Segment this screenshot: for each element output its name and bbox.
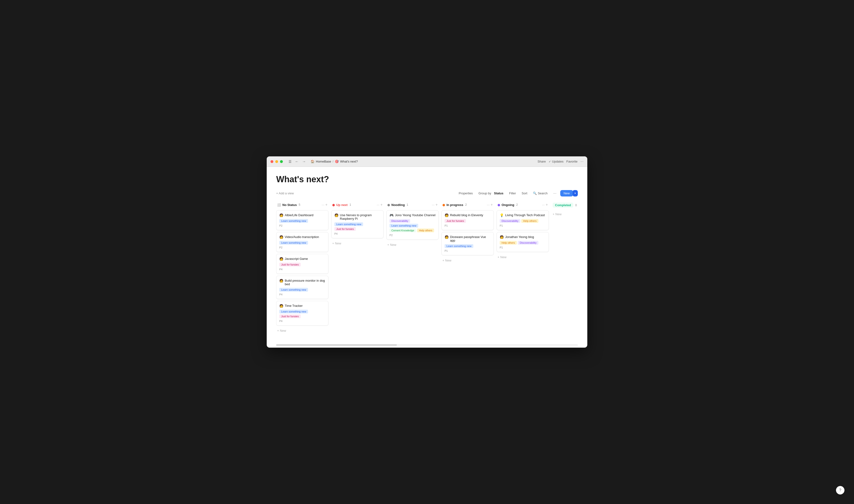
- close-button[interactable]: [271, 160, 273, 163]
- in-progress-icon: ⬤: [442, 203, 445, 206]
- add-new-noodling[interactable]: + New: [386, 241, 439, 248]
- card-albie[interactable]: 🧑 Albie/Life Dashboard Learn something n…: [276, 210, 328, 230]
- tags-jono: Discoverability Learn something new Ceme…: [389, 219, 436, 232]
- card-diceware[interactable]: 🧑 Diceware passphrase Vue app Learn some…: [441, 232, 494, 255]
- search-button[interactable]: 🔍 Search: [531, 191, 549, 196]
- add-icon-ongoing: +: [498, 255, 500, 259]
- avatar-albie: 🧑: [279, 213, 283, 217]
- card-title-albie: 🧑 Albie/Life Dashboard: [279, 213, 325, 217]
- tag-funsies-2[interactable]: Just for funsies: [279, 314, 301, 318]
- tag-learn-7[interactable]: Learn something new: [445, 244, 473, 248]
- card-time-tracker[interactable]: 🧑 Time Tracker Learn something new Just …: [276, 301, 328, 326]
- tag-help-others-2[interactable]: Help others: [521, 219, 538, 223]
- updates-label: Updates: [552, 160, 563, 163]
- back-button[interactable]: ←: [294, 159, 300, 164]
- new-button[interactable]: New: [560, 190, 573, 197]
- add-new-no-status[interactable]: + New: [276, 327, 328, 334]
- column-add-no-status[interactable]: +: [325, 203, 328, 207]
- card-jonathan-blog[interactable]: 🧑 Jonathan Yeong blog Help others Discov…: [496, 232, 549, 252]
- minimize-button[interactable]: [275, 160, 278, 163]
- column-menu-up-next[interactable]: ···: [377, 203, 380, 207]
- tag-discoverability-2[interactable]: Discoverability: [500, 219, 520, 223]
- tags-time-tracker: Learn something new Just for funsies: [279, 310, 325, 318]
- card-pressure-monitor[interactable]: 🧑 Build pressure monitor in dog bed Lear…: [276, 276, 328, 299]
- breadcrumb-home-icon: 🏠: [311, 160, 314, 163]
- scrollbar-track[interactable]: [276, 344, 578, 346]
- add-icon-no-status: +: [277, 329, 279, 332]
- column-header-up-next: ⬤ Up next 1 ··· +: [331, 201, 384, 208]
- help-button[interactable]: ?: [836, 486, 844, 494]
- column-add-ongoing[interactable]: +: [546, 203, 548, 207]
- column-completed: Completed 0 + New: [552, 201, 578, 334]
- tag-learn-6[interactable]: Learn something new: [389, 224, 418, 228]
- tag-learn-something-new[interactable]: Learn something new: [279, 219, 308, 223]
- maximize-button[interactable]: [280, 160, 283, 163]
- card-nerves-pi[interactable]: 🧑 Use Nerves to program Raspberry Pi Lea…: [331, 210, 384, 238]
- tag-cement-1[interactable]: Cement Knowledge: [389, 229, 416, 232]
- tag-learn-2[interactable]: Learn something new: [279, 241, 308, 245]
- updates-button[interactable]: ✓ Updates: [548, 160, 563, 163]
- filter-button[interactable]: Filter: [507, 191, 518, 196]
- forward-button[interactable]: →: [301, 159, 307, 164]
- column-add-up-next[interactable]: +: [381, 203, 383, 207]
- column-actions-noodling: ··· +: [432, 203, 438, 207]
- card-living-tech-podcast[interactable]: 💡 Living Through Tech Podcast Discoverab…: [496, 210, 549, 230]
- group-by-button[interactable]: Group by Status: [477, 191, 505, 196]
- column-menu-in-progress[interactable]: ···: [487, 203, 490, 207]
- tag-discoverability-3[interactable]: Discoverability: [518, 241, 538, 245]
- add-view-button[interactable]: + Add a view: [276, 192, 294, 195]
- tags-pressure: Learn something new: [279, 288, 325, 292]
- column-add-in-progress[interactable]: +: [491, 203, 493, 207]
- sort-button[interactable]: Sort: [520, 191, 529, 196]
- card-video-audio[interactable]: 🧑 Video/Audio transcription Learn someth…: [276, 232, 328, 252]
- card-jono-youtube[interactable]: 🎮 Jono Yeong Youtube Channel Discoverabi…: [386, 210, 439, 240]
- tag-learn-4[interactable]: Learn something new: [279, 310, 308, 313]
- add-new-in-progress[interactable]: + New: [441, 257, 494, 264]
- sidebar-toggle[interactable]: ☰: [287, 159, 293, 164]
- avatar-time-tracker: 🧑: [279, 304, 283, 308]
- tag-discoverability-1[interactable]: Discoverability: [389, 219, 410, 223]
- card-title-podcast: 💡 Living Through Tech Podcast: [500, 213, 546, 217]
- more-options-toolbar[interactable]: ···: [552, 190, 558, 197]
- card-title-diceware: 🧑 Diceware passphrase Vue app: [445, 235, 491, 242]
- tag-help-others-3[interactable]: Help others: [500, 241, 517, 245]
- add-new-up-next[interactable]: + New: [331, 240, 384, 247]
- card-javascript-game[interactable]: 🧑 Javascript Game Just for funsies P4: [276, 254, 328, 274]
- ongoing-icon: ⬤: [498, 203, 500, 206]
- column-menu-noodling[interactable]: ···: [432, 203, 435, 207]
- tag-help-others-1[interactable]: Help others: [417, 229, 434, 232]
- tag-learn-5[interactable]: Learn something new: [334, 222, 363, 226]
- breadcrumb-separator: /: [332, 160, 333, 163]
- search-label: Search: [538, 192, 547, 195]
- tag-funsies-1[interactable]: Just for funsies: [279, 263, 301, 267]
- new-button-caret[interactable]: ▾: [573, 190, 578, 197]
- tag-funsies-4[interactable]: Just for funsies: [445, 219, 466, 223]
- tag-learn-3[interactable]: Learn something new: [279, 288, 308, 292]
- breadcrumb-page[interactable]: What's next?: [340, 160, 358, 163]
- tag-funsies-3[interactable]: Just for funsies: [334, 227, 356, 231]
- card-rebuild-blog[interactable]: 🧑 Rebuild blog in Eleventy Just for funs…: [441, 210, 494, 230]
- favorite-button[interactable]: Favorite: [567, 160, 578, 163]
- column-menu-ongoing[interactable]: ···: [542, 203, 545, 207]
- app-window: ☰ ← → 🏠 HomeBase / 🎯 What's next? Share …: [267, 156, 587, 348]
- avatar-video-audio: 🧑: [279, 235, 283, 239]
- scrollbar-thumb[interactable]: [276, 344, 397, 346]
- add-new-completed[interactable]: + New: [552, 211, 578, 217]
- tags-podcast: Discoverability Help others: [500, 219, 546, 223]
- avatar-jonathan-blog: 🧑: [500, 235, 504, 239]
- column-actions-in-progress: ··· +: [487, 203, 493, 207]
- titlebar-actions: Share ✓ Updates Favorite ···: [538, 160, 583, 164]
- column-menu-no-status[interactable]: ···: [321, 203, 325, 207]
- priority-diceware: P1: [445, 249, 491, 252]
- add-icon-completed: +: [553, 212, 555, 216]
- more-options-button[interactable]: ···: [580, 160, 583, 164]
- share-button[interactable]: Share: [538, 160, 546, 163]
- column-header-no-status: ⬜ No Status 5 ··· +: [276, 201, 328, 208]
- tags-rebuild-blog: Just for funsies: [445, 219, 491, 223]
- properties-button[interactable]: Properties: [457, 191, 475, 196]
- add-new-ongoing[interactable]: + New: [496, 254, 549, 260]
- card-title-pressure: 🧑 Build pressure monitor in dog bed: [279, 279, 325, 286]
- toolbar: + Add a view Properties Group by Status …: [276, 190, 578, 197]
- column-add-noodling[interactable]: +: [436, 203, 438, 207]
- breadcrumb-home[interactable]: HomeBase: [316, 160, 331, 163]
